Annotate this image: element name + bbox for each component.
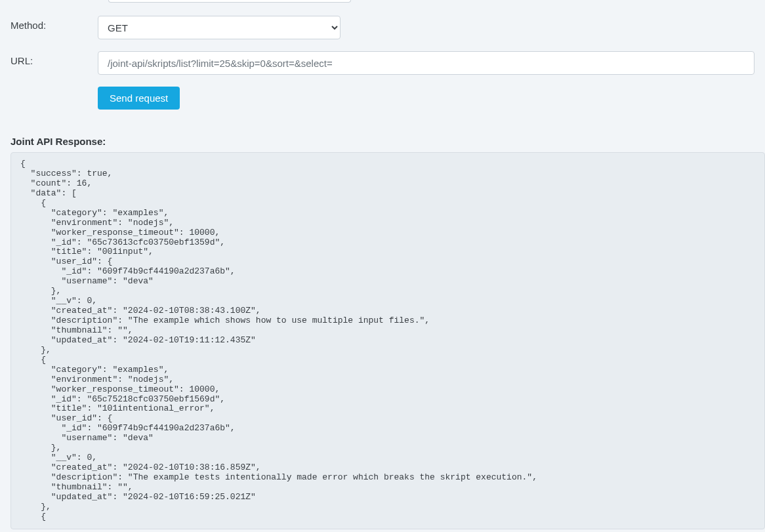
method-select[interactable]: GET (98, 16, 341, 39)
send-request-button[interactable]: Send request (98, 87, 180, 110)
previous-field-edge (108, 0, 351, 3)
response-heading: Joint API Response: (10, 136, 765, 147)
url-input[interactable] (98, 51, 755, 75)
response-body: { "success": true, "count": 16, "data": … (10, 152, 765, 529)
method-label: Method: (10, 16, 98, 31)
url-label: URL: (10, 51, 98, 66)
